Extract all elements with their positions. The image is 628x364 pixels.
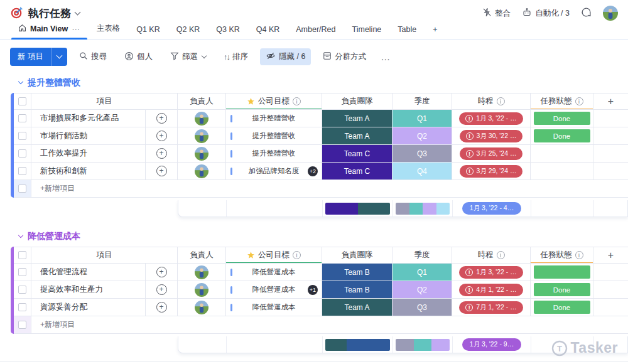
status-cell[interactable] (531, 163, 593, 179)
checkbox[interactable] (18, 268, 26, 276)
info-icon[interactable]: i (293, 97, 301, 105)
owner-cell[interactable] (178, 281, 226, 298)
item-name-cell[interactable]: 資源妥善分配 (31, 299, 146, 316)
column-header-owner[interactable]: 負責人 (178, 94, 226, 109)
quarter-cell[interactable]: Q1 (392, 264, 452, 281)
group-title-label[interactable]: 降低營運成本 (28, 231, 80, 242)
add-column-button[interactable]: + (593, 247, 628, 263)
tab-q3-kr[interactable]: Q3 KR (208, 23, 248, 39)
quarter-cell[interactable]: Q2 (392, 127, 452, 144)
column-header-owner[interactable]: 負責人 (178, 247, 226, 263)
column-header-team[interactable]: 負責團隊 (322, 247, 392, 263)
timeline-summary-cell[interactable]: 1月 3, '22 - 9… (453, 336, 531, 353)
goal-cell[interactable]: 降低營運成本 (226, 264, 322, 281)
quarter-summary-cell[interactable] (393, 336, 453, 353)
add-item-button[interactable]: +新增項目 (31, 316, 628, 333)
toolbar-more-button[interactable]: … (378, 51, 393, 62)
item-name-cell[interactable]: 優化管理流程 (31, 264, 146, 281)
goal-cell[interactable]: 提升整體營收 (226, 127, 322, 144)
quarter-cell[interactable]: Q1 (392, 110, 452, 127)
checkbox[interactable] (18, 97, 26, 105)
goal-cell[interactable]: 降低營運成本+1 (226, 281, 322, 298)
integrations-button[interactable]: 整合 (482, 8, 511, 19)
column-header-goal[interactable]: 公司目標 i (226, 247, 322, 263)
column-header-quarter[interactable]: 季度 (392, 247, 452, 263)
add-conversation-icon[interactable]: + (156, 166, 167, 176)
group-by-button[interactable]: 分群方式 (317, 48, 372, 65)
tab-q1-kr[interactable]: Q1 KR (128, 23, 168, 39)
owner-cell[interactable] (178, 163, 226, 179)
group-title-label[interactable]: 提升整體營收 (28, 77, 80, 88)
status-cell[interactable]: Done (531, 299, 593, 316)
timeline-cell[interactable]: !7月 1, '22 - … (452, 299, 531, 316)
add-item-row[interactable]: +新增項目 (14, 316, 628, 334)
chat-bubble-icon[interactable] (581, 7, 592, 19)
goal-cell[interactable]: 提升整體營收 (226, 110, 322, 127)
column-header-goal[interactable]: 公司目標 i (226, 94, 322, 109)
owner-cell[interactable] (178, 299, 226, 316)
timeline-summary-cell[interactable]: 1月 3, '22 - 4… (453, 200, 531, 217)
person-filter-button[interactable]: 個人 (119, 48, 158, 66)
item-name-cell[interactable]: 新技術和創新 (31, 163, 146, 179)
automations-button[interactable]: 自動化 / 3 (522, 8, 570, 19)
tab-options-icon[interactable]: ⋯ (72, 24, 80, 34)
timeline-cell[interactable]: !3月 30, '22 … (452, 127, 531, 144)
timeline-cell[interactable]: !4月 1, '22 - … (452, 281, 531, 298)
timeline-cell[interactable]: !1月 3, '22 - … (452, 110, 531, 127)
search-button[interactable]: 搜尋 (73, 48, 112, 65)
info-icon[interactable]: i (497, 97, 505, 105)
column-header-time[interactable]: 時程i (452, 94, 531, 109)
column-header-status[interactable]: 任務狀態i (531, 247, 593, 263)
goal-cell[interactable]: 加強品牌知名度+2 (226, 163, 322, 179)
checkbox[interactable] (18, 132, 26, 140)
status-cell[interactable]: Done (531, 127, 593, 144)
quarter-cell[interactable]: Q4 (392, 163, 452, 179)
chevron-down-icon[interactable] (75, 9, 81, 15)
timeline-cell[interactable]: !1月 3, '22 - … (452, 264, 531, 281)
owner-cell[interactable] (178, 264, 226, 281)
collapse-group-icon[interactable] (18, 233, 23, 238)
checkbox[interactable] (18, 286, 26, 294)
tab-timeline[interactable]: Timeline (344, 23, 390, 39)
timeline-cell[interactable]: !3月 29, '24 … (452, 163, 531, 179)
checkbox[interactable] (18, 114, 26, 122)
info-icon[interactable]: i (575, 251, 583, 259)
goal-cell[interactable]: 提升整體營收 (226, 145, 322, 162)
status-cell[interactable] (531, 145, 593, 162)
new-item-dropdown[interactable] (51, 48, 67, 66)
add-conversation-icon[interactable]: + (156, 131, 167, 141)
team-summary-cell[interactable] (323, 336, 393, 353)
owner-cell[interactable] (178, 110, 226, 127)
info-icon[interactable]: i (497, 251, 505, 259)
goal-count-badge[interactable]: +1 (308, 285, 318, 295)
item-name-cell[interactable]: 工作效率提升 (31, 145, 146, 162)
owner-cell[interactable] (178, 145, 226, 162)
add-conversation-icon[interactable]: + (156, 113, 167, 124)
tab-q2-kr[interactable]: Q2 KR (168, 23, 208, 39)
team-summary-cell[interactable] (323, 200, 393, 217)
collapse-group-icon[interactable] (18, 79, 23, 84)
checkbox[interactable] (18, 167, 26, 175)
checkbox[interactable] (18, 251, 26, 259)
hide-columns-button[interactable]: 隱藏 / 6 (260, 48, 311, 65)
add-conversation-icon[interactable]: + (156, 302, 167, 313)
tab-table[interactable]: Table (389, 23, 425, 39)
item-name-cell[interactable]: 提高效率和生產力 (31, 281, 146, 298)
user-avatar[interactable] (603, 6, 618, 21)
status-cell[interactable]: Done (531, 281, 593, 298)
column-header-team[interactable]: 負責團隊 (322, 94, 392, 109)
tab-q4-kr[interactable]: Q4 KR (248, 23, 288, 39)
column-header-time[interactable]: 時程i (452, 247, 531, 263)
timeline-cell[interactable]: !3月 25, '24 … (452, 145, 531, 162)
new-item-button[interactable]: 新 項目 (10, 48, 51, 66)
team-cell[interactable]: Team A (322, 299, 392, 316)
item-name-cell[interactable]: 市場擴展和多元化產品 (31, 110, 146, 127)
team-cell[interactable]: Team A (322, 110, 392, 127)
sort-button[interactable]: ↑↓ 排序 (218, 48, 254, 65)
goal-cell[interactable]: 降低營運成本 (226, 299, 322, 316)
column-header-item[interactable]: 項目 (31, 94, 178, 109)
tab-amber-red[interactable]: Amber/Red (288, 23, 344, 39)
team-cell[interactable]: Team B (322, 281, 392, 298)
add-conversation-icon[interactable]: + (156, 284, 167, 295)
quarter-cell[interactable]: Q3 (392, 145, 452, 162)
